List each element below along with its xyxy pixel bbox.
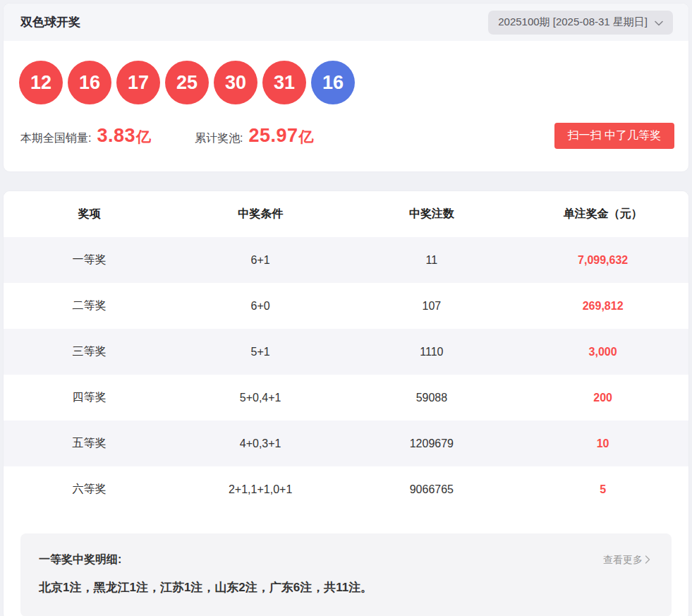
win-condition: 6+0 [175,300,346,313]
sales-value: 3.83 [97,125,135,147]
table-row: 一等奖 6+1 11 7,099,632 [4,237,688,283]
prize-name: 六等奖 [4,482,175,497]
win-condition: 4+0,3+1 [175,437,346,450]
page-title: 双色球开奖 [20,14,80,30]
table-row: 五等奖 4+0,3+1 1209679 10 [4,421,688,466]
prize-amount: 5 [517,483,688,496]
prize-table: 奖项 中奖条件 中奖注数 单注奖金（元） 一等奖 6+1 11 7,099,63… [4,191,688,512]
detail-title: 一等奖中奖明细: [39,552,121,567]
table-row: 六等奖 2+1,1+1,0+1 9066765 5 [4,466,688,512]
red-ball: 17 [116,61,160,104]
draw-stats-row: 本期全国销量: 3.83 亿 累计奖池: 25.97 亿 扫一扫 中了几等奖 [4,104,688,149]
blue-ball: 16 [311,61,355,104]
win-count: 1209679 [346,437,518,450]
table-row: 三等奖 5+1 1110 3,000 [4,329,688,375]
column-header-condition: 中奖条件 [175,207,346,222]
scan-to-check-button[interactable]: 扫一扫 中了几等奖 [554,123,674,149]
winning-numbers: 12 16 17 25 30 31 16 [4,41,688,104]
sales-stat: 本期全国销量: 3.83 亿 [20,125,151,147]
prize-name: 三等奖 [4,344,175,359]
win-condition: 2+1,1+1,0+1 [175,483,346,496]
chevron-down-icon [655,20,663,26]
sales-unit: 亿 [136,127,151,147]
red-ball: 30 [214,61,257,104]
pool-unit: 亿 [299,127,314,147]
prize-name: 一等奖 [4,253,175,267]
table-row: 二等奖 6+0 107 269,812 [4,283,688,329]
period-selector[interactable]: 2025100期 [2025-08-31 星期日] [488,11,673,35]
win-count: 59088 [346,392,518,404]
detail-text: 北京1注，黑龙江1注，江苏1注，山东2注，广东6注，共11注。 [39,579,650,596]
draw-card-header: 双色球开奖 2025100期 [2025-08-31 星期日] [4,4,688,41]
prize-table-header: 奖项 中奖条件 中奖注数 单注奖金（元） [4,191,688,237]
first-prize-detail-box: 一等奖中奖明细: 查看更多 北京1注，黑龙江1注，江苏1注，山东2注，广东6注，… [20,533,672,616]
prize-name: 四等奖 [4,390,175,405]
chevron-right-icon [645,555,650,566]
win-count: 11 [346,254,518,267]
column-header-prize: 奖项 [4,207,175,222]
win-count: 107 [346,300,518,313]
red-ball: 12 [19,61,63,104]
win-condition: 6+1 [175,254,346,267]
prize-amount: 200 [517,392,688,404]
red-ball: 31 [262,61,306,104]
prize-table-card: 奖项 中奖条件 中奖注数 单注奖金（元） 一等奖 6+1 11 7,099,63… [3,191,689,616]
prize-name: 二等奖 [4,298,175,313]
view-more-link[interactable]: 查看更多 [603,554,650,567]
period-selector-label: 2025100期 [2025-08-31 星期日] [498,16,648,29]
win-condition: 5+0,4+1 [175,392,346,404]
win-count: 9066765 [346,483,518,496]
column-header-count: 中奖注数 [346,207,518,222]
prize-name: 五等奖 [4,436,175,451]
table-row: 四等奖 5+0,4+1 59088 200 [4,375,688,421]
view-more-label: 查看更多 [603,554,643,567]
sales-label: 本期全国销量: [20,131,91,146]
red-ball: 16 [68,61,111,104]
win-count: 1110 [346,346,518,358]
prize-amount: 269,812 [517,300,688,313]
detail-header: 一等奖中奖明细: 查看更多 [39,552,650,567]
red-ball: 25 [165,61,209,104]
pool-stat: 累计奖池: 25.97 亿 [195,125,314,147]
prize-amount: 7,099,632 [517,254,688,267]
prize-amount: 3,000 [517,346,688,358]
prize-amount: 10 [517,437,688,450]
win-condition: 5+1 [175,346,346,358]
pool-label: 累计奖池: [195,131,243,146]
draw-result-card: 双色球开奖 2025100期 [2025-08-31 星期日] 12 16 17… [3,3,689,172]
prize-table-body: 一等奖 6+1 11 7,099,632 二等奖 6+0 107 269,812… [4,237,688,512]
column-header-amount: 单注奖金（元） [517,207,688,222]
pool-value: 25.97 [248,125,298,147]
